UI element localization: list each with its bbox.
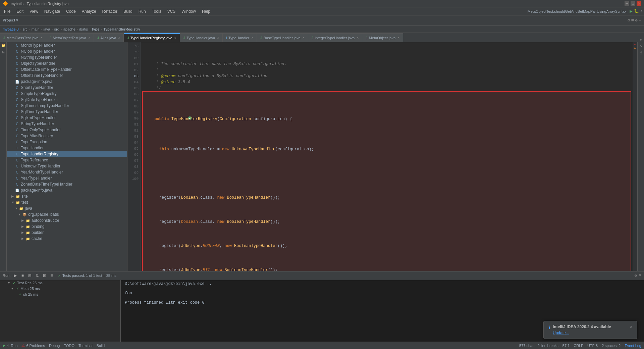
sidebar-item-sqltimestamptypehandler[interactable]: C SqlTimestampTypeHandler (7, 103, 127, 109)
sidebar-item-binding[interactable]: ▶ 📁 binding (7, 223, 127, 230)
run-status-item[interactable]: ▶ 4: Run (3, 343, 17, 348)
maximize-button[interactable]: □ (631, 1, 635, 6)
menu-run[interactable]: Run (136, 8, 149, 14)
sidebar-item-sqldatetypehandler[interactable]: C SqlDateTypeHandler (7, 97, 127, 103)
terminal-status-item[interactable]: Terminal (78, 344, 93, 348)
close-run-button[interactable]: × (639, 273, 641, 278)
breadcrumb-item[interactable]: TypeHandlerRegistry (103, 27, 140, 31)
sidebar-item-package-info-2[interactable]: 📄 package-info.java (7, 187, 127, 193)
filter-button[interactable]: ⊟ (27, 273, 33, 278)
breadcrumb-item[interactable]: src (22, 27, 28, 31)
tab-close-typehandler-java[interactable]: × (217, 36, 219, 40)
settings-icon[interactable]: ⚙ (628, 18, 630, 23)
sidebar-item-nclobtypehandler[interactable]: C NClobTypeHandler (7, 48, 127, 54)
sidebar-item-builder[interactable]: ▶ 📁 builder (7, 230, 127, 236)
structure-panel-icon[interactable]: ⚙ (638, 44, 644, 49)
database-icon[interactable]: 🗄 (638, 50, 644, 56)
sidebar-item-simpletyperegistry[interactable]: C SimpleTypeRegistry (7, 91, 127, 97)
sidebar-item-monthtypehandler[interactable]: C MonthTypeHandler (7, 42, 127, 48)
sidebar-item-test[interactable]: ▼ 📁 test (7, 199, 127, 205)
tab-integertypehandler[interactable]: J IntegerTypeHandler.java × (308, 33, 363, 42)
sidebar-item-typealiasregistry[interactable]: C TypeAliasRegistry (7, 133, 127, 139)
sidebar-item-typehandlerregistry[interactable]: C TypeHandlerRegistry (7, 151, 127, 157)
tab-alias[interactable]: J Alias.java × (94, 33, 124, 42)
tab-typehandler-java[interactable]: J TypeHandler.java × (180, 33, 223, 42)
tab-metaclasstest[interactable]: J MetaClassTest.java × (0, 33, 46, 42)
update-link[interactable]: Update... (553, 331, 569, 335)
sidebar-item-cache[interactable]: ▶ 📁 cache (7, 236, 127, 242)
expand-button[interactable]: ⊞ (42, 273, 47, 278)
menu-code[interactable]: Code (63, 8, 78, 14)
sidebar-item-objecttypehandler[interactable]: C ObjectTypeHandler (7, 60, 127, 66)
test-item-meta[interactable]: ▼ ✓ Meta 25 ms (0, 286, 120, 292)
menu-analyze[interactable]: Analyze (79, 8, 99, 14)
menu-build[interactable]: Build (121, 8, 135, 14)
tab-close-integertypehandler[interactable]: × (357, 36, 359, 40)
breadcrumb-item[interactable]: org (54, 27, 59, 31)
sidebar-item-shorttypehandler[interactable]: C ShortTypeHandler (7, 85, 127, 91)
sidebar-item-offsettimetypehandler[interactable]: C OffsetTimeTypeHandler (7, 72, 127, 79)
menu-edit[interactable]: Edit (14, 8, 26, 14)
tab-metaobject-java[interactable]: J MetaObject.java × (362, 33, 403, 42)
sidebar-item-stringtypehandler[interactable]: C StringTypeHandler (7, 121, 127, 127)
sidebar-item-yearmonthtypehandler[interactable]: C YearMonthTypeHandler (7, 169, 127, 175)
run-button[interactable]: ▶ (630, 8, 632, 14)
sidebar-item-timeonlytypehandler[interactable]: C TimeOnlyTypeHandler (7, 127, 127, 133)
close-notification-button[interactable]: × (630, 325, 632, 329)
close-button[interactable]: ✕ (637, 1, 641, 6)
menu-help[interactable]: Help (199, 8, 213, 14)
tab-typehandler[interactable]: I TypeHandler × (223, 33, 257, 42)
sidebar-item-autoconstructor[interactable]: ▶ 📁 autoconstructor (7, 217, 127, 223)
breadcrumb-item[interactable]: mybatis-3 (3, 27, 19, 31)
minimize-button[interactable]: ─ (625, 1, 629, 6)
code-editor[interactable]: 78 79 80 81 82 83 84 85 86 87 88 89 90 9… (127, 42, 637, 271)
tab-close-alias[interactable]: × (118, 36, 120, 40)
sidebar-item-unknowntypehandler[interactable]: C UnknownTypeHandler (7, 163, 127, 169)
stop-button[interactable]: ■ (20, 273, 25, 278)
menu-file[interactable]: File (1, 8, 13, 14)
sidebar-item-package-info-1[interactable]: 📄 package-info.java (7, 79, 127, 85)
tab-close-metaclasstest[interactable]: × (41, 36, 43, 40)
settings-run-button[interactable]: ⚙ (635, 273, 637, 278)
sidebar-item-yeartypehandler[interactable]: C YearTypeHandler (7, 175, 127, 181)
menu-window[interactable]: Window (179, 8, 199, 14)
project-panel-icon[interactable]: 📁 (1, 44, 5, 48)
tab-close-typehandler[interactable]: × (251, 36, 253, 40)
restart-button[interactable]: ▶ (12, 273, 18, 278)
menu-tools[interactable]: Tools (149, 8, 164, 14)
breadcrumb-item[interactable]: apache (63, 27, 75, 31)
breadcrumb-item[interactable]: java (43, 27, 50, 31)
spaces-info[interactable]: 2 spaces: 2 (602, 344, 621, 348)
sidebar-item-typereference[interactable]: C TypeReference (7, 157, 127, 163)
breadcrumb-item[interactable]: main (32, 27, 40, 31)
menu-navigate[interactable]: Navigate (42, 8, 63, 14)
structure-icon[interactable]: 🏗 (2, 50, 5, 54)
sidebar-item-zoneddatetimetypehandler[interactable]: C ZonedDateTimeTypeHandler (7, 181, 127, 187)
sidebar-item-offsetdatetimetypehandler[interactable]: C OffsetDateTimeTypeHandler (7, 66, 127, 72)
debug-button[interactable]: 🐛 (634, 9, 639, 14)
minus-icon[interactable]: ─ (639, 18, 641, 23)
crlf-info[interactable]: CRLF (574, 344, 583, 348)
sidebar-item-orgapacheibatis[interactable]: ▼ 📦 org.apache.ibatis (7, 211, 127, 217)
todo-status-item[interactable]: TODO (64, 344, 74, 348)
test-item-res[interactable]: ▼ ✓ Test Res 25 ms (0, 280, 120, 286)
encoding-info[interactable]: UTF-8 (587, 344, 598, 348)
problems-status-item[interactable]: ⚠ 6 Problems (21, 343, 45, 348)
tab-basetypehandler[interactable]: J BaseTypeHandler.java × (257, 33, 308, 42)
test-item-sh[interactable]: ✓ sh 25 ms (0, 292, 120, 297)
build-status-item[interactable]: Build (97, 344, 105, 348)
breadcrumb-item[interactable]: type (92, 27, 100, 31)
menu-refactor[interactable]: Refactor (100, 8, 120, 14)
debug-status-item[interactable]: Debug (49, 344, 60, 348)
tab-overflow-button[interactable]: » (638, 38, 644, 42)
tab-close-typehandlerregistry[interactable]: × (174, 36, 176, 40)
gear-icon[interactable]: ⚙ (635, 18, 638, 23)
tab-typehandlerregistry[interactable]: J TypeHandlerRegistry.java × (124, 33, 180, 42)
breadcrumb-item[interactable]: ibatis (79, 27, 88, 31)
tab-close-basetypehandler[interactable]: × (303, 36, 305, 40)
tab-metaobjecttest[interactable]: J MetaObjectTest.java × (46, 33, 94, 42)
sidebar-item-typehandler-iface[interactable]: I TypeHandler (7, 145, 127, 151)
sidebar-item-nstringtypehandler[interactable]: C NStringTypeHandler (7, 54, 127, 60)
position-info[interactable]: 57:1 (562, 344, 570, 348)
sidebar-item-java[interactable]: ▼ 📁 java (7, 205, 127, 211)
